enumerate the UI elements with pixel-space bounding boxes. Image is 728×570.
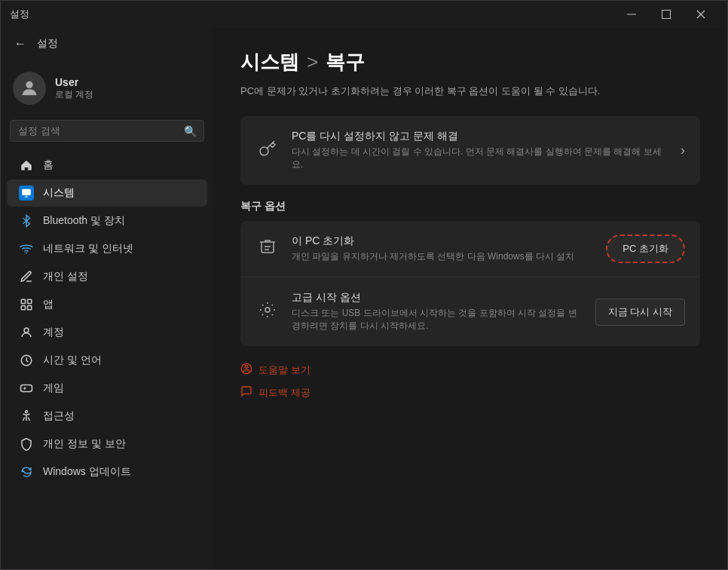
sidebar-item-apps-label: 앱 [43,298,54,311]
sidebar-item-home-label: 홈 [43,158,54,172]
help-link-help-label: 도움말 보기 [258,363,310,377]
sidebar-item-system[interactable]: 시스템 [7,179,207,207]
search-input[interactable] [10,120,204,142]
update-icon [19,464,34,480]
sidebar-item-network[interactable]: 네트워크 및 인터넷 [7,235,207,262]
sidebar-item-system-label: 시스템 [43,186,75,200]
sidebar-item-time-label: 시간 및 언어 [43,354,102,367]
sidebar-item-gaming[interactable]: 게임 [7,375,207,402]
help-link-help[interactable]: 도움말 보기 [240,361,700,379]
sidebar-item-update[interactable]: Windows 업데이트 [7,458,207,486]
reset-pc-button[interactable]: PC 초기화 [606,234,685,263]
reset-pc-desc: 개인 파일을 유지하거나 제거하도록 선택한 다음 Windows를 다시 설치 [292,250,594,263]
help-links: 도움말 보기 피드백 제공 [240,361,700,402]
sidebar-item-time[interactable]: 시간 및 언어 [7,347,207,374]
advanced-startup-text: 고급 시작 옵션 디스크 또는 USB 드라이브에서 시작하는 것을 포함하여 … [292,291,583,332]
sidebar-item-privacy[interactable]: 개인 정보 및 보안 [7,431,207,458]
breadcrumb: 시스템 > 복구 [240,49,700,75]
breadcrumb-separator: > [307,51,318,74]
sidebar-item-update-label: Windows 업데이트 [43,465,131,479]
sidebar-item-accounts-label: 계정 [43,326,64,339]
troubleshoot-title: PC를 다시 설정하지 않고 문제 해결 [292,130,668,143]
breadcrumb-parent: 시스템 [240,49,299,75]
back-button[interactable]: ← [10,34,31,54]
svg-rect-4 [21,299,25,303]
search-icon: 🔍 [184,125,197,137]
time-icon [19,353,34,368]
avatar [13,72,46,105]
svg-rect-7 [28,306,32,310]
titlebar: 설정 [1,1,727,28]
sidebar-item-privacy-label: 개인 정보 및 보안 [43,437,126,451]
system-icon [19,185,34,201]
advanced-startup-title: 고급 시작 옵션 [292,291,583,305]
svg-rect-10 [21,385,32,392]
troubleshoot-arrow: › [681,142,685,158]
user-role: 로컬 계정 [55,88,93,101]
sidebar-item-personalization-label: 개인 설정 [43,270,88,283]
user-name: User [55,76,93,88]
sidebar-item-gaming-label: 게임 [43,382,64,395]
reset-pc-row: 이 PC 초기화 개인 파일을 유지하거나 제거하도록 선택한 다음 Windo… [240,221,700,277]
main-content: 시스템 > 복구 PC에 문제가 있거나 초기화하려는 경우 이러한 복구 옵션… [213,28,727,569]
privacy-icon [19,437,34,452]
sidebar-item-accessibility-label: 접근성 [43,409,75,423]
help-link-feedback[interactable]: 피드백 제공 [240,384,700,402]
user-info: User 로컬 계정 [55,76,93,101]
sidebar-item-accounts[interactable]: 계정 [7,319,207,346]
sidebar-item-home[interactable]: 홈 [7,152,207,179]
sidebar-item-bluetooth-label: Bluetooth 및 장치 [43,214,125,228]
reset-pc-title: 이 PC 초기화 [292,234,594,248]
svg-rect-5 [28,299,32,303]
help-link-feedback-label: 피드백 제공 [258,386,310,400]
advanced-startup-icon [255,301,280,323]
svg-rect-3 [22,189,31,195]
close-button[interactable] [684,1,718,28]
sidebar-title: 설정 [37,37,58,51]
settings-window: 설정 ← 설정 [0,0,728,570]
reset-pc-icon [255,238,280,260]
user-profile: User 로컬 계정 [1,57,213,117]
options-container: 이 PC 초기화 개인 파일을 유지하거나 제거하도록 선택한 다음 Windo… [240,221,700,346]
troubleshoot-desc: 다시 설정하는 데 시간이 걸릴 수 있습니다. 먼저 문제 해결사를 실행하여… [292,146,668,171]
sidebar: ← 설정 User 로컬 계정 🔍 [1,28,213,569]
network-icon [19,241,34,256]
gaming-icon [19,381,34,396]
home-icon [19,158,34,173]
troubleshoot-card[interactable]: PC를 다시 설정하지 않고 문제 해결 다시 설정하는 데 시간이 걸릴 수 … [240,116,700,185]
troubleshoot-card-text: PC를 다시 설정하지 않고 문제 해결 다시 설정하는 데 시간이 걸릴 수 … [292,130,668,171]
search-container: 🔍 [10,120,204,142]
titlebar-title: 설정 [10,8,29,21]
svg-point-14 [245,365,248,368]
apps-icon [19,297,34,312]
feedback-icon [240,385,252,400]
titlebar-controls [614,1,718,28]
accessibility-icon [19,409,34,424]
sidebar-item-apps[interactable]: 앱 [7,291,207,318]
recovery-options-title: 복구 옵션 [240,200,700,213]
accounts-icon [19,325,34,340]
bluetooth-icon [19,213,34,228]
svg-point-8 [24,328,29,332]
troubleshoot-icon [255,139,280,162]
page-description: PC에 문제가 있거나 초기화하려는 경우 이러한 복구 옵션이 도움이 될 수… [240,84,700,98]
reset-pc-text: 이 PC 초기화 개인 파일을 유지하거나 제거하도록 선택한 다음 Windo… [292,234,594,263]
advanced-startup-desc: 디스크 또는 USB 드라이브에서 시작하는 것을 포함하여 시작 설정을 변경… [292,307,583,332]
maximize-button[interactable] [649,1,684,28]
sidebar-item-personalization[interactable]: 개인 설정 [7,263,207,290]
svg-point-11 [26,411,28,413]
sidebar-item-network-label: 네트워크 및 인터넷 [43,242,133,256]
sidebar-item-bluetooth[interactable]: Bluetooth 및 장치 [7,207,207,234]
sidebar-nav: 홈 시스템 Bluetooth 및 장치 [1,151,213,486]
breadcrumb-current: 복구 [326,49,365,75]
sidebar-item-accessibility[interactable]: 접근성 [7,403,207,430]
svg-rect-0 [627,14,636,15]
main-layout: ← 설정 User 로컬 계정 🔍 [1,28,727,569]
svg-point-2 [26,81,32,88]
help-icon [240,363,252,378]
restart-now-button[interactable]: 지금 다시 시작 [595,299,685,326]
advanced-startup-row: 고급 시작 옵션 디스크 또는 USB 드라이브에서 시작하는 것을 포함하여 … [240,277,700,346]
minimize-button[interactable] [614,1,649,28]
personalization-icon [19,269,34,284]
svg-rect-6 [21,306,25,310]
